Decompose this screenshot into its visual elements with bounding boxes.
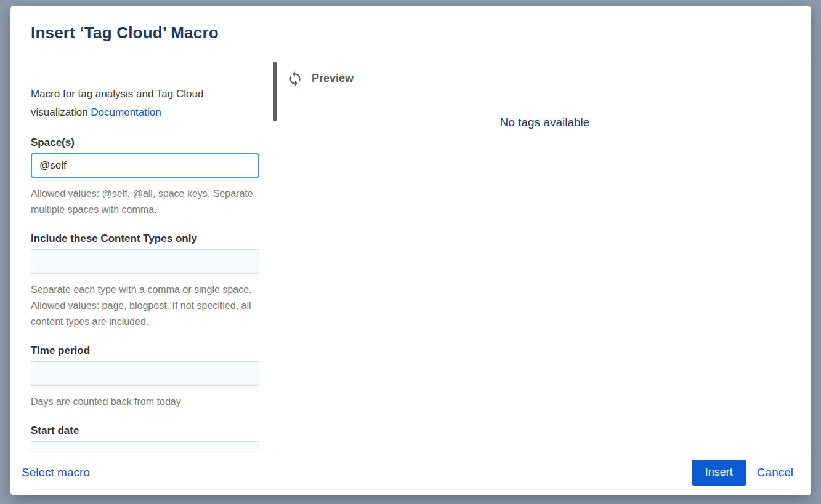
start-date-input[interactable] — [31, 441, 259, 449]
spaces-help: Allowed values: @self, @all, space keys.… — [31, 186, 259, 218]
insert-button[interactable]: Insert — [692, 460, 746, 486]
spaces-input[interactable] — [31, 153, 259, 178]
dialog-footer: Select macro Insert Cancel — [10, 449, 811, 495]
select-macro-link[interactable]: Select macro — [22, 466, 90, 479]
field-spaces: Space(s) Allowed values: @self, @all, sp… — [31, 137, 259, 218]
content-types-help: Separate each type with a comma or singl… — [31, 282, 259, 330]
time-period-label: Time period — [31, 345, 259, 357]
cancel-link[interactable]: Cancel — [757, 466, 793, 479]
preview-header: Preview — [278, 60, 811, 97]
dialog-body: Macro for tag analysis and Tag Cloud vis… — [10, 60, 811, 449]
field-time-period: Time period Days are counted back from t… — [31, 345, 259, 410]
preview-empty-message: No tags available — [500, 116, 590, 449]
content-types-input[interactable] — [31, 249, 259, 274]
dialog-header: Insert ‘Tag Cloud’ Macro — [10, 6, 811, 60]
insert-tag-cloud-macro-dialog: Insert ‘Tag Cloud’ Macro Macro for tag a… — [10, 6, 811, 495]
left-pane-scrollbar-thumb[interactable] — [273, 62, 277, 121]
time-period-help: Days are counted back from today — [31, 394, 259, 410]
macro-settings-pane: Macro for tag analysis and Tag Cloud vis… — [10, 60, 278, 449]
documentation-link[interactable]: Documentation — [91, 106, 161, 118]
refresh-icon[interactable] — [287, 71, 303, 87]
start-date-label: Start date — [31, 425, 259, 437]
dialog-title: Insert ‘Tag Cloud’ Macro — [31, 23, 219, 42]
footer-actions: Insert Cancel — [692, 460, 793, 486]
preview-pane: Preview No tags available — [278, 60, 811, 449]
preview-heading: Preview — [312, 72, 354, 85]
content-types-label: Include these Content Types only — [31, 233, 259, 245]
field-content-types: Include these Content Types only Separat… — [31, 233, 259, 330]
field-start-date: Start date — [31, 425, 259, 449]
macro-description: Macro for tag analysis and Tag Cloud vis… — [31, 85, 259, 122]
spaces-label: Space(s) — [31, 137, 259, 149]
time-period-input[interactable] — [31, 361, 259, 386]
preview-body: No tags available — [278, 97, 811, 449]
